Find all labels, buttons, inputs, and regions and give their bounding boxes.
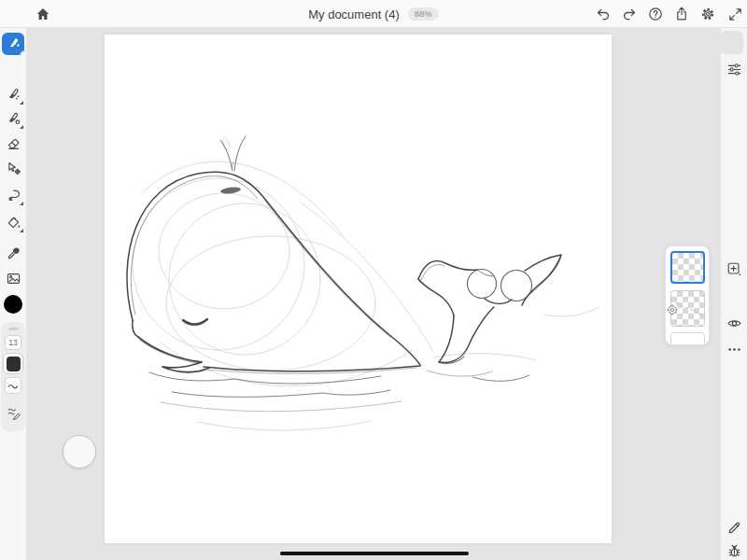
brush-settings-button[interactable] [6,404,21,420]
tool-lasso-select[interactable] [0,183,26,207]
more-options-icon [726,342,742,357]
submenu-indicator [20,101,23,105]
undo-icon [595,6,612,22]
smoothing-control[interactable] [5,377,21,394]
tool-eyedropper[interactable] [0,241,26,265]
help-button[interactable] [646,5,665,23]
share-button[interactable] [672,5,691,23]
paintbrush-icon [6,36,21,52]
layer-thumbnail-2[interactable] [670,290,705,327]
brush-size-field[interactable]: 13 [5,335,21,350]
lasso-icon [6,188,21,203]
layer-visibility-button[interactable] [725,314,743,332]
pencil-only-mode-button[interactable] [725,518,743,537]
selected-panel-highlight [720,31,743,54]
add-layer-icon [726,260,742,277]
right-sidebar [721,28,747,560]
move-cursor-icon [6,161,21,176]
brush-color-chip[interactable] [3,353,23,374]
brush-options-panel: 13 [1,322,25,431]
brush-color-fill [7,357,21,371]
settings-gear-icon [699,6,716,22]
document-title: My document (4) [308,7,400,21]
drawing-canvas[interactable] [105,35,612,543]
help-icon [647,6,664,22]
tool-live-brush[interactable] [0,82,26,106]
fullscreen-button[interactable] [726,5,744,23]
ink-brush-icon [6,87,21,103]
add-layer-button[interactable] [725,259,743,278]
submenu-indicator [20,202,23,205]
layer-thumbnail-background[interactable] [670,332,705,345]
settings-button[interactable] [698,5,717,23]
vector-brush-icon [6,111,21,127]
primary-color-swatch[interactable] [4,295,22,314]
zoom-level-badge[interactable]: 88% [408,7,439,21]
tool-place-image[interactable] [0,266,26,290]
touch-shortcut-button[interactable] [63,435,96,469]
pencil-only-icon [726,520,742,536]
report-bug-icon [726,543,742,559]
adjustments-button[interactable] [725,60,743,78]
share-icon [673,6,690,22]
fresco-app: { "topbar": { "title": "My document (4)"… [0,0,747,560]
eyedropper-icon [6,245,21,261]
eraser-icon [6,135,21,151]
submenu-indicator [20,125,23,129]
wave-icon [7,382,20,390]
layers-panel [665,245,710,345]
submenu-indicator [20,229,23,232]
whale-sketch [105,35,612,543]
transform-badge-icon [666,303,679,316]
sliders-icon [726,62,742,77]
more-options-button[interactable] [725,340,743,358]
redo-icon [621,6,638,22]
tool-eraser[interactable] [0,131,26,155]
layer-visibility-icon [726,315,742,331]
top-bar: My document (4) 88% [0,0,747,28]
brush-settings-icon [7,405,21,420]
home-indicator-bar[interactable] [280,552,469,555]
image-icon [6,271,21,287]
undo-button[interactable] [594,5,613,23]
redo-button[interactable] [620,5,639,23]
tool-paint-fill[interactable] [0,210,26,234]
tool-vector-brush[interactable] [0,106,26,131]
left-toolbar: 13 [0,28,26,560]
submenu-indicator [20,50,23,54]
panel-drag-handle[interactable] [8,328,19,330]
fullscreen-icon [727,7,743,22]
tool-pixel-brush[interactable] [0,32,26,56]
paint-bucket-icon [6,215,21,231]
report-bug-button[interactable] [725,541,743,560]
layer-thumbnail-1[interactable] [670,251,705,284]
tool-move[interactable] [0,156,26,180]
